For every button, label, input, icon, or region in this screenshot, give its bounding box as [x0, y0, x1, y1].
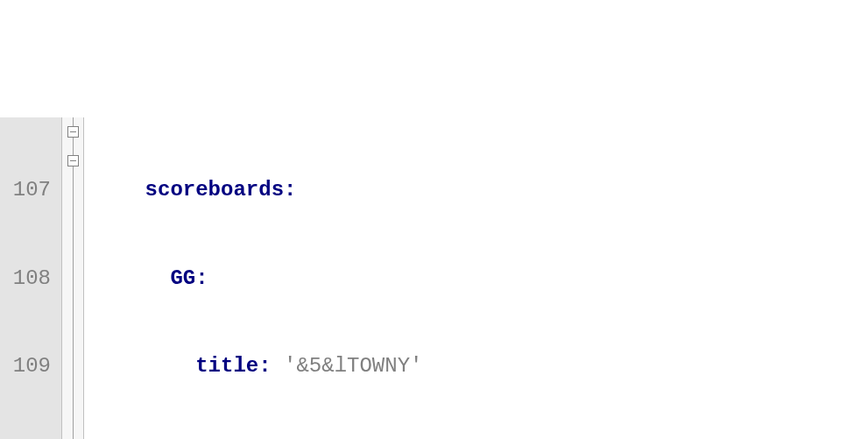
fold-guide [62, 380, 83, 409]
fold-guide [62, 205, 83, 234]
fold-guide [62, 264, 83, 293]
fold-guide [62, 175, 83, 204]
fold-guide [62, 410, 83, 439]
line-number-gutter: 107 108 109 110 111 112 113 114 115 116 … [0, 117, 62, 439]
line-number: 107 [0, 175, 51, 204]
fold-gutter [62, 117, 84, 439]
code-line: scoreboards: [95, 175, 868, 204]
code-line: GG: [95, 264, 868, 293]
code-line: title: '&5&lTOWNY' [95, 351, 868, 380]
fold-guide [62, 351, 83, 380]
code-editor: 107 108 109 110 111 112 113 114 115 116 … [0, 117, 868, 439]
line-number: 108 [0, 264, 51, 293]
yaml-key: GG [170, 266, 195, 290]
fold-toggle[interactable] [62, 117, 83, 146]
yaml-key: title [195, 354, 258, 378]
yaml-string: '&5&lTOWNY' [284, 354, 422, 378]
fold-guide [62, 293, 83, 322]
minus-icon [67, 126, 79, 138]
fold-guide [62, 234, 83, 263]
fold-guide [62, 322, 83, 350]
fold-toggle[interactable] [62, 146, 83, 175]
line-number: 109 [0, 351, 51, 380]
minus-icon [67, 155, 79, 166]
code-area[interactable]: scoreboards: GG: title: '&5&lTOWNY' line… [84, 117, 868, 439]
yaml-key: scoreboards [145, 178, 284, 202]
